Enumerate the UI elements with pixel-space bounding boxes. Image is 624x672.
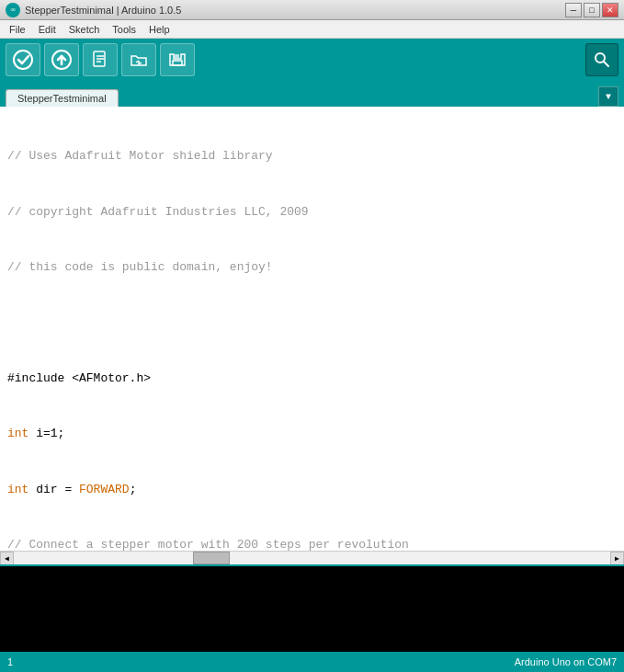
title-bar-left: ∞ StepperTestminimal | Arduino 1.0.5 bbox=[6, 3, 181, 17]
maximize-button[interactable]: □ bbox=[584, 3, 600, 17]
tab-label: StepperTestminimal bbox=[17, 93, 107, 104]
window-controls: ─ □ ✕ bbox=[565, 3, 618, 17]
save-button[interactable] bbox=[160, 43, 195, 76]
code-line-4 bbox=[0, 314, 624, 333]
editor-tab[interactable]: StepperTestminimal bbox=[6, 89, 119, 107]
menu-help[interactable]: Help bbox=[143, 22, 176, 37]
scroll-left-arrow[interactable]: ◀ bbox=[0, 552, 14, 565]
tab-dropdown-button[interactable]: ▼ bbox=[598, 86, 618, 107]
code-content: // Uses Adafruit Motor shield library //… bbox=[0, 107, 624, 551]
code-line-2: // copyright Adafruit Industries LLC, 20… bbox=[0, 203, 624, 222]
upload-button[interactable] bbox=[44, 43, 79, 76]
svg-rect-8 bbox=[173, 61, 182, 65]
main-window: ∞ StepperTestminimal | Arduino 1.0.5 ─ □… bbox=[0, 0, 624, 672]
code-line-1: // Uses Adafruit Motor shield library bbox=[0, 147, 624, 165]
svg-point-0 bbox=[14, 51, 32, 69]
status-board: Arduino Uno on COM7 bbox=[515, 656, 617, 667]
code-line-7: int dir = FORWARD; bbox=[0, 481, 624, 499]
new-button[interactable] bbox=[83, 43, 118, 76]
close-button[interactable]: ✕ bbox=[602, 3, 618, 17]
console-area bbox=[0, 564, 624, 652]
code-line-8: // Connect a stepper motor with 200 step… bbox=[0, 536, 624, 551]
menu-sketch[interactable]: Sketch bbox=[63, 22, 106, 37]
scroll-track[interactable] bbox=[14, 552, 610, 564]
title-bar: ∞ StepperTestminimal | Arduino 1.0.5 ─ □… bbox=[0, 0, 624, 20]
editor-scroll[interactable]: // Uses Adafruit Motor shield library //… bbox=[0, 107, 624, 551]
tab-dropdown-icon: ▼ bbox=[606, 92, 611, 102]
status-line-number: 1 bbox=[7, 656, 13, 667]
horizontal-scrollbar[interactable]: ◀ ▶ bbox=[0, 551, 624, 564]
scroll-thumb[interactable] bbox=[193, 552, 230, 564]
code-line-6: int i=1; bbox=[0, 425, 624, 443]
svg-line-10 bbox=[604, 62, 608, 66]
scroll-right-arrow[interactable]: ▶ bbox=[610, 552, 624, 565]
status-bar: 1 Arduino Uno on COM7 bbox=[0, 652, 624, 672]
code-line-3: // this code is public domain, enjoy! bbox=[0, 258, 624, 277]
title-text: StepperTestminimal | Arduino 1.0.5 bbox=[25, 5, 181, 16]
menu-tools[interactable]: Tools bbox=[107, 22, 142, 37]
tab-bar: StepperTestminimal ▼ bbox=[0, 81, 624, 107]
editor-area: // Uses Adafruit Motor shield library //… bbox=[0, 107, 624, 551]
editor-container: // Uses Adafruit Motor shield library //… bbox=[0, 107, 624, 564]
open-button[interactable] bbox=[121, 43, 156, 76]
menu-bar: File Edit Sketch Tools Help bbox=[0, 20, 624, 39]
toolbar bbox=[0, 39, 624, 81]
svg-rect-7 bbox=[175, 54, 179, 58]
menu-edit[interactable]: Edit bbox=[33, 22, 62, 37]
code-line-5: #include <AFMotor.h> bbox=[0, 370, 624, 388]
app-icon: ∞ bbox=[6, 3, 20, 17]
menu-file[interactable]: File bbox=[4, 22, 31, 37]
minimize-button[interactable]: ─ bbox=[565, 3, 582, 17]
verify-button[interactable] bbox=[6, 43, 40, 76]
search-button[interactable] bbox=[585, 43, 618, 76]
